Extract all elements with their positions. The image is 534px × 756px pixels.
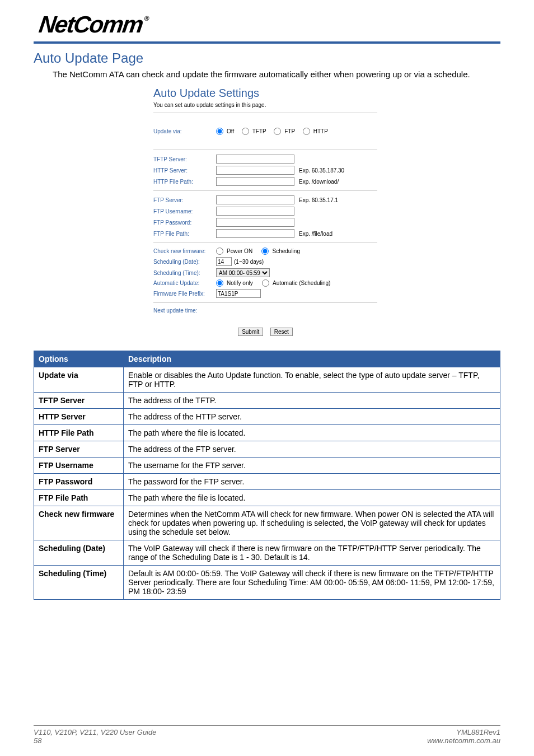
- next-update-label: Next update time:: [153, 307, 216, 314]
- description-cell: The password for the FTP server.: [124, 474, 500, 490]
- header-rule: [34, 41, 500, 44]
- http-path-hint: Exp. /download/: [299, 179, 339, 185]
- update-via-off-text: Off: [227, 128, 234, 134]
- ftp-user-input[interactable]: [216, 207, 294, 216]
- update-via-http-radio[interactable]: [303, 128, 310, 135]
- divider: [153, 242, 377, 243]
- check-fw-power-text: Power ON: [227, 248, 252, 254]
- ftp-server-hint: Exp. 60.35.17.1: [299, 197, 338, 203]
- tftp-server-label: TFTP Server:: [153, 156, 216, 162]
- description-cell: The address of the HTTP server.: [124, 409, 500, 425]
- intro-text: The NetComm ATA can check and update the…: [53, 69, 500, 79]
- sched-date-label: Scheduling (Date):: [153, 259, 216, 265]
- option-cell: FTP File Path: [34, 490, 124, 506]
- ftp-path-label: FTP File Path:: [153, 231, 216, 237]
- footer-guide: V110, V210P, V211, V220 User Guide: [34, 728, 156, 736]
- section-title: Auto Update Page: [34, 50, 500, 66]
- option-cell: TFTP Server: [34, 393, 124, 409]
- panel-title: Auto Update Settings: [153, 87, 377, 100]
- ftp-pass-label: FTP Password:: [153, 220, 216, 226]
- option-cell: Scheduling (Date): [34, 540, 124, 566]
- option-cell: HTTP Server: [34, 409, 124, 425]
- check-fw-sched-text: Scheduling: [272, 248, 299, 254]
- table-row: HTTP File PathThe path where the file is…: [34, 425, 500, 441]
- sched-time-label: Scheduling (Time):: [153, 270, 216, 276]
- ftp-path-input[interactable]: [216, 229, 294, 238]
- options-table-head-desc: Description: [124, 351, 500, 367]
- ftp-path-hint: Exp. /file/load: [299, 231, 332, 237]
- fw-prefix-input[interactable]: [216, 289, 261, 298]
- panel-subtitle: You can set auto update settings in this…: [153, 102, 377, 108]
- check-fw-sched-radio[interactable]: [261, 248, 269, 255]
- tftp-server-input[interactable]: [216, 155, 294, 164]
- auto-update-notify-text: Notify only: [227, 280, 253, 286]
- description-cell: The username for the FTP server.: [124, 458, 500, 474]
- table-row: FTP PasswordThe password for the FTP ser…: [34, 474, 500, 490]
- page-footer: V110, V210P, V211, V220 User Guide 58 YM…: [34, 725, 500, 745]
- divider: [153, 302, 377, 303]
- divider: [153, 113, 377, 113]
- options-table: Options Description Update viaEnable or …: [34, 351, 500, 600]
- description-cell: Enable or disables the Auto Update funct…: [124, 367, 500, 393]
- check-fw-power-radio[interactable]: [216, 248, 223, 255]
- description-cell: The path where the file is located.: [124, 490, 500, 506]
- ftp-user-label: FTP Username:: [153, 208, 216, 214]
- update-via-off-radio[interactable]: [216, 128, 223, 135]
- update-via-label: Update via:: [153, 128, 216, 134]
- auto-update-notify-radio[interactable]: [216, 279, 223, 287]
- sched-time-select[interactable]: AM 00:00- 05:59: [216, 268, 270, 277]
- option-cell: FTP Server: [34, 441, 124, 458]
- table-row: Scheduling (Time)Default is AM 00:00- 05…: [34, 566, 500, 600]
- reset-button[interactable]: Reset: [270, 328, 293, 336]
- update-via-http-text: HTTP: [313, 128, 328, 134]
- description-cell: The address of the FTP server.: [124, 441, 500, 458]
- auto-update-auto-text: Automatic (Scheduling): [273, 280, 330, 286]
- ftp-server-input[interactable]: [216, 195, 294, 204]
- sched-date-hint: (1~30 days): [234, 259, 264, 265]
- http-path-label: HTTP File Path:: [153, 179, 216, 185]
- table-row: Update viaEnable or disables the Auto Up…: [34, 367, 500, 393]
- sched-date-input[interactable]: [216, 257, 232, 266]
- auto-update-auto-radio[interactable]: [262, 279, 269, 287]
- table-row: FTP File PathThe path where the file is …: [34, 490, 500, 506]
- table-row: FTP ServerThe address of the FTP server.: [34, 441, 500, 458]
- description-cell: The path where the file is located.: [124, 425, 500, 441]
- http-server-input[interactable]: [216, 166, 294, 175]
- options-table-head-options: Options: [34, 351, 124, 367]
- check-fw-label: Check new firmware:: [153, 248, 216, 254]
- divider: [153, 190, 377, 191]
- submit-button[interactable]: Submit: [238, 328, 263, 336]
- table-row: HTTP ServerThe address of the HTTP serve…: [34, 409, 500, 425]
- table-row: FTP UsernameThe username for the FTP ser…: [34, 458, 500, 474]
- description-cell: Determines when the NetComm ATA will che…: [124, 506, 500, 540]
- description-cell: Default is AM 00:00- 05:59. The VoIP Gat…: [124, 566, 500, 600]
- fw-prefix-label: Firmware File Prefix:: [153, 291, 216, 297]
- option-cell: FTP Password: [34, 474, 124, 490]
- footer-rev: YML881Rev1: [427, 728, 500, 736]
- divider: [153, 150, 377, 150]
- option-cell: HTTP File Path: [34, 425, 124, 441]
- netcomm-logo: NetComm®: [34, 11, 500, 38]
- table-row: TFTP ServerThe address of the TFTP.: [34, 393, 500, 409]
- description-cell: The address of the TFTP.: [124, 393, 500, 409]
- update-via-ftp-radio[interactable]: [274, 128, 281, 135]
- description-cell: The VoIP Gateway will check if there is …: [124, 540, 500, 566]
- footer-url: www.netcomm.com.au: [427, 736, 500, 745]
- auto-update-label: Automatic Update:: [153, 280, 216, 286]
- footer-page: 58: [34, 736, 156, 745]
- update-via-tftp-text: TFTP: [252, 128, 266, 134]
- http-path-input[interactable]: [216, 177, 294, 186]
- option-cell: Update via: [34, 367, 124, 393]
- http-server-hint: Exp. 60.35.187.30: [299, 167, 344, 174]
- update-via-tftp-radio[interactable]: [242, 128, 249, 135]
- ftp-server-label: FTP Server:: [153, 197, 216, 203]
- option-cell: FTP Username: [34, 458, 124, 474]
- table-row: Scheduling (Date)The VoIP Gateway will c…: [34, 540, 500, 566]
- option-cell: Check new firmware: [34, 506, 124, 540]
- ftp-pass-input[interactable]: [216, 218, 294, 227]
- table-row: Check new firmwareDetermines when the Ne…: [34, 506, 500, 540]
- update-via-ftp-text: FTP: [284, 128, 295, 134]
- http-server-label: HTTP Server:: [153, 167, 216, 174]
- option-cell: Scheduling (Time): [34, 566, 124, 600]
